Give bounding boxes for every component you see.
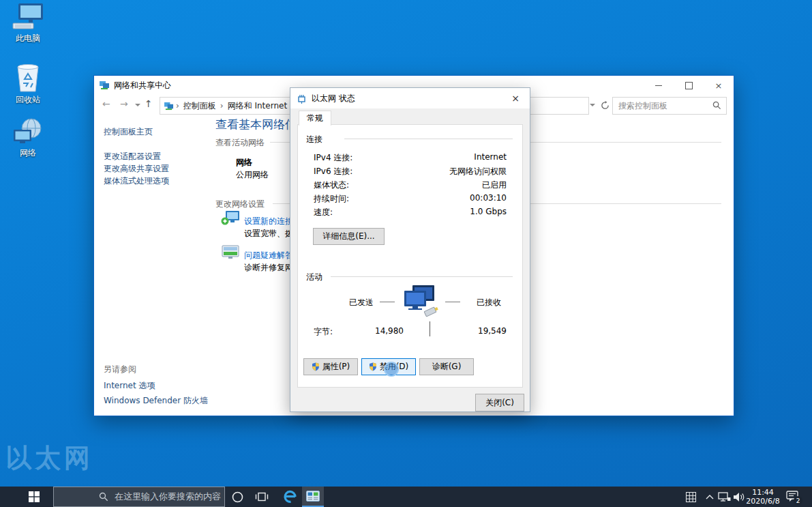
recent-pages-dropdown-icon[interactable] (135, 104, 140, 106)
close-button[interactable]: × (704, 76, 734, 95)
group-divider (331, 276, 513, 277)
activity-group-header: 活动 (306, 272, 322, 283)
search-icon (99, 492, 108, 502)
dialog-close-bottom-button[interactable]: 关闭(C) (475, 394, 524, 411)
ethernet-plug-icon (297, 93, 306, 104)
details-button[interactable]: 详细信息(E)... (313, 228, 385, 245)
desktop-icon-label: 网络 (5, 147, 50, 159)
network-tray-button[interactable] (716, 487, 732, 507)
subtitle-watermark: 以太网 (5, 441, 93, 476)
minimize-icon (655, 85, 662, 86)
row-value: 1.0 Gbps (397, 207, 507, 216)
received-label: 已接收 (477, 297, 501, 308)
forward-button[interactable]: → (120, 98, 128, 109)
maximize-button[interactable] (674, 76, 704, 95)
ethernet-status-dialog: 以太网 状态 × 常规 连接 IPv4 连接: Internet IPv6 连接… (290, 87, 530, 412)
desktop-icon-network[interactable]: 网络 (5, 117, 50, 159)
speaker-icon (734, 492, 745, 502)
breadcrumb-control-panel[interactable]: 控制面板 (183, 100, 216, 112)
up-button[interactable]: ↑ (145, 98, 153, 109)
row-label: 媒体状态: (314, 179, 349, 191)
row-value: Internet (397, 152, 507, 162)
taskbar-clock[interactable]: 11:44 2020/6/8 (746, 488, 780, 506)
control-panel-app-button[interactable] (302, 487, 324, 507)
troubleshoot-icon (221, 245, 240, 260)
clock-date: 2020/6/8 (746, 497, 780, 506)
network-icon (11, 117, 45, 146)
start-button[interactable] (19, 487, 49, 507)
sidebar-item-internet-options[interactable]: Internet 选项 (104, 380, 155, 392)
windows-logo-icon (29, 491, 40, 502)
close-icon: × (511, 93, 520, 104)
back-button[interactable]: ← (102, 98, 110, 109)
bytes-received-value: 19,549 (459, 326, 507, 336)
network-window-icon (100, 81, 110, 90)
refresh-button[interactable] (599, 97, 611, 113)
input-indicator-button[interactable] (682, 487, 700, 507)
properties-button[interactable]: 属性(P) (303, 358, 358, 375)
active-networks-header: 查看活动网络 (215, 137, 265, 149)
minimize-button[interactable] (644, 76, 674, 95)
close-icon: × (715, 81, 723, 91)
task-view-icon (255, 491, 269, 503)
sidebar-item-media-streaming[interactable]: 媒体流式处理选项 (104, 175, 169, 187)
dialog-titlebar[interactable]: 以太网 状态 × (290, 88, 530, 108)
row-label: IPv6 连接: (314, 166, 352, 177)
sidebar-item-control-panel-home[interactable]: 控制面板主页 (104, 126, 153, 138)
crumb-separator-icon: › (220, 101, 224, 111)
desktop-icon-this-pc[interactable]: 此电脑 (5, 3, 50, 44)
network-name: 网络 (236, 157, 252, 169)
sidebar-item-advanced-sharing[interactable]: 更改高级共享设置 (104, 163, 169, 175)
setup-new-connection-link[interactable]: 设置新的连接 (244, 216, 293, 227)
tab-general[interactable]: 常规 (299, 111, 331, 126)
maximize-icon (685, 82, 693, 89)
sidebar-item-defender-firewall[interactable]: Windows Defender 防火墙 (104, 395, 208, 407)
desktop-icon-recycle-bin[interactable]: 回收站 (5, 63, 50, 106)
breadcrumb-network-internet[interactable]: 网络和 Internet (228, 100, 287, 112)
dialog-close-button[interactable]: × (501, 88, 530, 108)
sent-label: 已发送 (349, 297, 374, 308)
control-panel-search-input[interactable]: 搜索控制面板 (612, 97, 727, 115)
volume-button[interactable] (731, 487, 747, 507)
network-type: 公用网络 (236, 169, 269, 181)
notification-count: 2 (796, 497, 800, 504)
sent-dash (380, 302, 395, 302)
desktop-icon-label: 此电脑 (5, 33, 50, 44)
address-dropdown-button[interactable] (586, 97, 599, 113)
recycle-bin-icon (14, 63, 42, 93)
diagnose-button[interactable]: 诊断(G) (419, 358, 474, 375)
troubleshoot-link[interactable]: 问题疑难解答 (244, 250, 293, 261)
refresh-icon (601, 101, 610, 110)
taskbar: 在这里输入你要搜索的内容 (0, 487, 812, 507)
input-grid-icon (686, 492, 696, 502)
notification-badge: 2 (794, 496, 802, 505)
sidebar-item-change-adapter[interactable]: 更改适配器设置 (104, 151, 161, 162)
taskbar-search-input[interactable]: 在这里输入你要搜索的内容 (53, 487, 225, 507)
this-pc-icon (12, 3, 44, 31)
clock-time: 11:44 (746, 488, 780, 497)
row-label: 持续时间: (314, 193, 349, 205)
details-button-label: 详细信息(E)... (322, 231, 374, 242)
diagnose-button-label: 诊断(G) (432, 361, 462, 373)
close-button-label: 关闭(C) (485, 397, 514, 409)
window-title: 网络和共享中心 (114, 80, 171, 91)
properties-button-label: 属性(P) (322, 361, 350, 373)
uac-shield-icon (312, 362, 320, 371)
chevron-down-icon (590, 104, 595, 106)
control-panel-app-icon (306, 491, 320, 502)
edge-icon (283, 489, 298, 504)
breadcrumb-network-icon (164, 102, 174, 111)
connection-group-header: 连接 (306, 134, 322, 145)
edge-button[interactable] (280, 487, 301, 507)
bytes-sent-value: 14,980 (356, 326, 404, 336)
row-value: 00:03:10 (397, 193, 507, 203)
chevron-up-icon (706, 494, 714, 500)
show-hidden-icons-button[interactable] (704, 487, 716, 507)
taskbar-search-placeholder: 在这里输入你要搜索的内容 (115, 491, 221, 503)
cortana-button[interactable] (226, 487, 248, 507)
search-icon[interactable] (712, 101, 721, 110)
group-divider (344, 139, 513, 139)
received-dash (445, 302, 460, 302)
task-view-button[interactable] (251, 487, 273, 507)
tab-label: 常规 (307, 113, 323, 124)
